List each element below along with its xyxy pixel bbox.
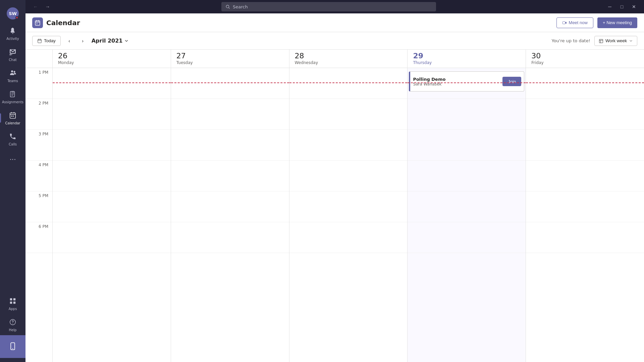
day-cell [526,191,644,222]
event-title: Polling Demo [413,77,502,82]
current-time-dashed [289,82,408,83]
sidebar-item-teams[interactable]: Teams [0,65,25,86]
day-column-tue [171,68,289,362]
day-cell [171,130,289,161]
search-bar[interactable]: Search [221,2,436,11]
day-cell [53,222,171,253]
sidebar-bottom: Apps Help [0,293,25,362]
help-label: Help [9,328,17,332]
today-button[interactable]: Today [32,36,61,46]
activity-icon [8,26,17,36]
day-cell [171,99,289,130]
search-icon [225,4,230,9]
svg-rect-2 [10,92,15,97]
title-bar-right: ─ □ ✕ [605,2,639,11]
calendar-grid: 26 Monday 27 Tuesday 28 Wednesday 29 Thu… [25,50,644,362]
sidebar-item-apps[interactable]: Apps [0,293,25,314]
current-time-dashed [526,82,644,83]
day-cell [289,161,408,191]
day-cell [53,130,171,161]
next-week-button[interactable]: › [78,36,88,46]
svg-rect-6 [10,298,12,300]
meet-now-button[interactable]: Meet now [556,17,593,28]
prev-week-button[interactable]: ‹ [65,36,74,46]
svg-point-13 [12,348,13,349]
day-cell [408,222,526,253]
sidebar-item-activity[interactable]: Activity [0,23,25,44]
toolbar-right: You're up to date! Work week [551,36,637,46]
sidebar-item-calendar[interactable]: Calendar [0,107,25,128]
time-spacer [25,50,52,68]
day-header-tue: 27 Tuesday [171,50,289,68]
sidebar-item-calls[interactable]: Calls [0,128,25,149]
nav-back-button[interactable]: ← [31,2,40,11]
calendar-title-area: Calendar [32,17,80,28]
svg-rect-8 [10,302,12,304]
svg-rect-18 [38,39,42,43]
event-info: Polling Demo Sara Wanasek [413,77,502,86]
time-slot-1pm: 1 PM [25,68,52,99]
mobile-icon[interactable] [0,335,25,358]
day-header-thu: 29 Thursday [407,50,526,68]
svg-rect-3 [10,113,16,119]
day-header-mon: 26 Monday [52,50,171,68]
day-cell [171,222,289,253]
day-column-fri [526,68,644,362]
assignments-icon [8,89,17,99]
day-cell [408,191,526,222]
day-header-wed: 28 Wednesday [289,50,408,68]
svg-rect-5 [13,116,14,117]
calls-icon [8,132,17,141]
day-cell [526,130,644,161]
svg-rect-19 [599,39,603,43]
event-polling-demo[interactable]: Polling Demo Sara Wanasek Join [409,71,524,92]
minimize-button[interactable]: ─ [605,2,614,11]
svg-rect-9 [13,302,15,304]
avatar[interactable]: SW [7,7,19,19]
svg-rect-7 [13,298,15,300]
sidebar-item-help[interactable]: Help [0,314,25,335]
current-time-dashed-thu [408,82,526,83]
day-cell [53,68,171,99]
join-meeting-button[interactable]: Join [502,77,521,86]
sidebar-item-chat[interactable]: Chat [0,44,25,65]
svg-point-0 [14,71,15,73]
maximize-button[interactable]: □ [617,2,627,11]
chat-icon [8,47,17,57]
sidebar: SW Activity Chat [0,0,25,362]
nav-forward-button[interactable]: → [43,2,52,11]
time-slot-2pm: 2 PM [25,99,52,130]
day-cell [53,191,171,222]
day-cell [289,191,408,222]
search-placeholder: Search [233,4,248,9]
day-cell [526,161,644,191]
new-meeting-button[interactable]: + New meeting [597,17,637,28]
calendar-app-header: Calendar Meet now + New meeting [25,13,644,32]
time-slot-3pm: 3 PM [25,130,52,161]
sidebar-item-assignments[interactable]: Assignments [0,86,25,107]
today-icon [37,39,42,43]
apps-icon [8,296,17,306]
video-icon [562,20,567,25]
day-cell [289,99,408,130]
sidebar-more-button[interactable]: ... [0,149,25,166]
day-column-wed [289,68,408,362]
up-to-date-label: You're up to date! [551,38,590,43]
day-cell [53,99,171,130]
close-button[interactable]: ✕ [629,2,639,11]
avatar-badge [15,16,18,19]
calendar-app-icon [32,17,43,28]
view-selector-button[interactable]: Work week [594,36,637,46]
day-cell [289,130,408,161]
help-icon [8,317,17,327]
day-column-mon [52,68,171,362]
month-label[interactable]: April 2021 [92,38,129,44]
day-cell [526,222,644,253]
sidebar-avatar-item[interactable]: SW [0,3,25,23]
title-bar: ← → Search ─ □ ✕ [25,0,644,13]
day-cell [53,161,171,191]
title-bar-nav: ← → [31,2,52,11]
teams-icon [8,68,17,78]
svg-point-1 [11,70,13,72]
svg-rect-15 [35,21,40,25]
